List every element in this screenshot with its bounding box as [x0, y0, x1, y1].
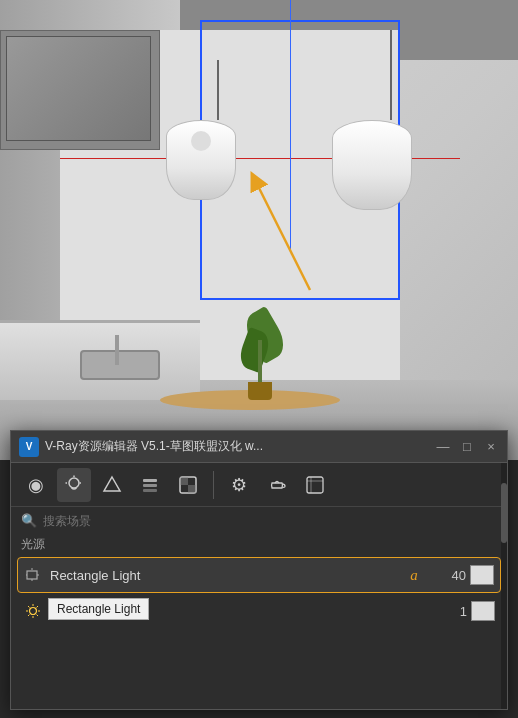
- texture-icon: [178, 475, 198, 495]
- toolbar-texture-button[interactable]: [171, 468, 205, 502]
- rectangle-light-name: Rectangle Light: [50, 568, 394, 583]
- lamp-shade-right: [332, 120, 412, 210]
- lights-list: Rectangle Light a 40 Rectangle Light: [11, 557, 507, 629]
- plant-pot: [248, 382, 272, 400]
- svg-line-25: [28, 606, 30, 608]
- lamp-left: [200, 60, 236, 200]
- sun-light-color-swatch: [471, 601, 495, 621]
- scene-plant: [230, 300, 290, 400]
- vray-window: V V-Ray资源编辑器 V5.1-草图联盟汉化 w... — □ × ◉: [10, 430, 508, 710]
- svg-rect-7: [143, 484, 157, 487]
- svg-line-27: [37, 606, 39, 608]
- svg-point-2: [69, 478, 79, 488]
- svg-line-28: [28, 615, 30, 617]
- rectangle-light-value: 40: [434, 568, 466, 583]
- toolbar-divider-1: [213, 471, 214, 499]
- svg-line-26: [37, 615, 39, 617]
- toolbar-render-button[interactable]: [298, 468, 332, 502]
- svg-rect-11: [188, 485, 196, 493]
- scene-kitchen-sink: [80, 350, 160, 380]
- rectangle-light-icon: [24, 565, 44, 585]
- lamp-wire-right: [390, 30, 392, 120]
- svg-rect-6: [143, 479, 157, 482]
- list-item-rectangle-light[interactable]: Rectangle Light a 40 Rectangle Light: [17, 557, 501, 593]
- window-title: V-Ray资源编辑器 V5.1-草图联盟汉化 w...: [45, 438, 263, 455]
- asset-a-icon: a: [410, 567, 418, 584]
- search-input[interactable]: [43, 514, 497, 528]
- toolbar: ◉: [11, 463, 507, 507]
- lamp-shade-left: [166, 120, 236, 200]
- scene-cabinet-door: [6, 36, 151, 141]
- blue-guide-line: [290, 0, 291, 250]
- vray-logo: V: [19, 437, 39, 457]
- title-bar: V V-Ray资源编辑器 V5.1-草图联盟汉化 w... — □ ×: [11, 431, 507, 463]
- toolbar-material2-button[interactable]: [260, 468, 294, 502]
- list-item-sun-light[interactable]: SunLight 1: [17, 593, 501, 629]
- rectangle-light-color-swatch: [470, 565, 494, 585]
- scene-cabinet: [0, 30, 160, 150]
- restore-button[interactable]: □: [459, 439, 475, 455]
- scene-viewport: [0, 0, 518, 460]
- rectangle-light-svg: [26, 567, 42, 583]
- lamp-wire-left: [217, 60, 219, 120]
- rectangle-light-col2: a: [394, 567, 434, 584]
- sun-light-value: 1: [435, 604, 467, 619]
- toolbar-geometry-button[interactable]: [95, 468, 129, 502]
- svg-rect-15: [27, 571, 37, 579]
- section-label-lights: 光源: [11, 534, 507, 557]
- minimize-button[interactable]: —: [435, 439, 451, 455]
- svg-rect-10: [180, 477, 188, 485]
- scroll-thumb[interactable]: [501, 483, 507, 543]
- light-bulb-icon: [64, 475, 84, 495]
- search-icon: 🔍: [21, 513, 37, 528]
- scene-kitchen-faucet: [115, 335, 119, 365]
- lamp-right: [370, 30, 412, 210]
- svg-rect-12: [307, 477, 323, 493]
- sun-light-icon: [23, 601, 43, 621]
- geometry-icon: [102, 475, 122, 495]
- layers-icon: [140, 475, 160, 495]
- title-bar-controls: — □ ×: [435, 439, 499, 455]
- toolbar-layers-button[interactable]: [133, 468, 167, 502]
- svg-rect-8: [143, 489, 157, 492]
- toolbar-settings-button[interactable]: ⚙: [222, 468, 256, 502]
- title-bar-left: V V-Ray资源编辑器 V5.1-草图联盟汉化 w...: [19, 437, 263, 457]
- render-icon: [305, 475, 325, 495]
- svg-point-20: [30, 608, 37, 615]
- sun-light-svg: [25, 603, 41, 619]
- close-button[interactable]: ×: [483, 439, 499, 455]
- scroll-track[interactable]: [501, 463, 507, 709]
- toolbar-light-button[interactable]: [57, 468, 91, 502]
- search-bar: 🔍: [11, 507, 507, 534]
- teapot-icon: [267, 475, 287, 495]
- sun-light-name: SunLight: [49, 604, 395, 619]
- toolbar-sphere-button[interactable]: ◉: [19, 468, 53, 502]
